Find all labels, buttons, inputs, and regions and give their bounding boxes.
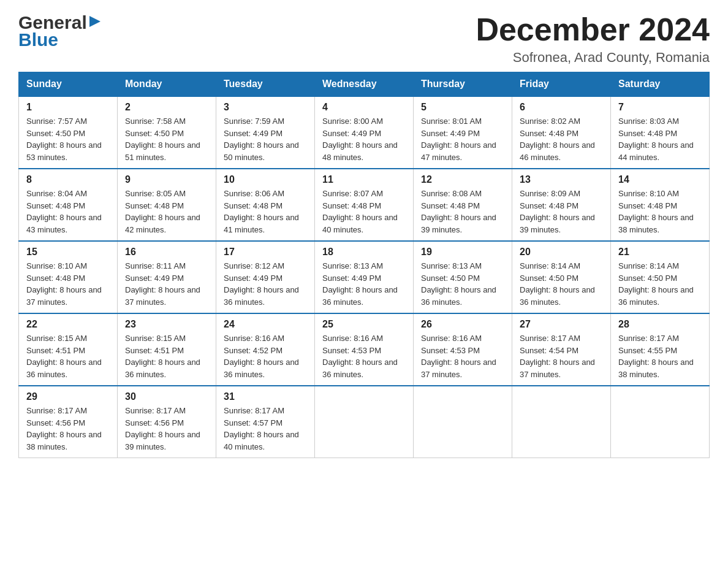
calendar-day-cell: 5Sunrise: 8:01 AMSunset: 4:49 PMDaylight… [414, 96, 512, 169]
day-number: 11 [322, 174, 406, 185]
day-number: 6 [520, 102, 603, 113]
day-number: 18 [322, 247, 406, 258]
day-info: Sunrise: 8:07 AMSunset: 4:48 PMDaylight:… [322, 188, 406, 236]
calendar-week-row: 29Sunrise: 8:17 AMSunset: 4:56 PMDayligh… [19, 386, 710, 458]
logo: General Blue [18, 12, 102, 50]
calendar-day-cell: 21Sunrise: 8:14 AMSunset: 4:50 PMDayligh… [611, 241, 710, 313]
calendar-day-cell [315, 386, 414, 458]
day-info: Sunrise: 8:00 AMSunset: 4:49 PMDaylight:… [322, 115, 406, 163]
day-number: 13 [520, 174, 603, 185]
calendar-table: SundayMondayTuesdayWednesdayThursdayFrid… [18, 72, 710, 458]
calendar-day-cell: 28Sunrise: 8:17 AMSunset: 4:55 PMDayligh… [611, 313, 710, 386]
day-info: Sunrise: 8:12 AMSunset: 4:49 PMDaylight:… [224, 260, 307, 308]
day-of-week-header: Sunday [19, 72, 118, 97]
logo-arrow-icon [88, 15, 102, 31]
day-number: 31 [224, 391, 307, 402]
day-number: 5 [421, 102, 504, 113]
day-info: Sunrise: 8:04 AMSunset: 4:48 PMDaylight:… [26, 188, 110, 236]
calendar-day-cell: 23Sunrise: 8:15 AMSunset: 4:51 PMDayligh… [118, 313, 216, 386]
day-info: Sunrise: 7:58 AMSunset: 4:50 PMDaylight:… [125, 115, 208, 163]
calendar-day-cell: 3Sunrise: 7:59 AMSunset: 4:49 PMDaylight… [216, 96, 315, 169]
day-number: 20 [520, 247, 603, 258]
day-number: 30 [125, 391, 208, 402]
day-info: Sunrise: 8:13 AMSunset: 4:49 PMDaylight:… [322, 260, 406, 308]
day-of-week-header: Saturday [611, 72, 710, 97]
calendar-subtitle: Sofronea, Arad County, Romania [476, 50, 710, 66]
calendar-day-cell: 6Sunrise: 8:02 AMSunset: 4:48 PMDaylight… [512, 96, 611, 169]
calendar-day-cell: 4Sunrise: 8:00 AMSunset: 4:49 PMDaylight… [315, 96, 414, 169]
day-number: 3 [224, 102, 307, 113]
day-number: 29 [26, 391, 110, 402]
day-info: Sunrise: 8:05 AMSunset: 4:48 PMDaylight:… [125, 188, 208, 236]
day-info: Sunrise: 8:06 AMSunset: 4:48 PMDaylight:… [224, 188, 307, 236]
day-info: Sunrise: 8:15 AMSunset: 4:51 PMDaylight:… [26, 332, 110, 380]
calendar-day-cell: 19Sunrise: 8:13 AMSunset: 4:50 PMDayligh… [414, 241, 512, 313]
calendar-day-cell: 18Sunrise: 8:13 AMSunset: 4:49 PMDayligh… [315, 241, 414, 313]
calendar-header-row: SundayMondayTuesdayWednesdayThursdayFrid… [19, 72, 710, 97]
day-of-week-header: Monday [118, 72, 216, 97]
calendar-day-cell: 8Sunrise: 8:04 AMSunset: 4:48 PMDaylight… [19, 169, 118, 241]
calendar-day-cell: 25Sunrise: 8:16 AMSunset: 4:53 PMDayligh… [315, 313, 414, 386]
day-info: Sunrise: 8:16 AMSunset: 4:52 PMDaylight:… [224, 332, 307, 380]
calendar-day-cell: 26Sunrise: 8:16 AMSunset: 4:53 PMDayligh… [414, 313, 512, 386]
calendar-day-cell: 14Sunrise: 8:10 AMSunset: 4:48 PMDayligh… [611, 169, 710, 241]
day-of-week-header: Tuesday [216, 72, 315, 97]
calendar-week-row: 22Sunrise: 8:15 AMSunset: 4:51 PMDayligh… [19, 313, 710, 386]
day-info: Sunrise: 8:11 AMSunset: 4:49 PMDaylight:… [125, 260, 208, 308]
day-info: Sunrise: 8:02 AMSunset: 4:48 PMDaylight:… [520, 115, 603, 163]
calendar-day-cell: 1Sunrise: 7:57 AMSunset: 4:50 PMDaylight… [19, 96, 118, 169]
day-info: Sunrise: 7:57 AMSunset: 4:50 PMDaylight:… [26, 115, 110, 163]
calendar-day-cell: 17Sunrise: 8:12 AMSunset: 4:49 PMDayligh… [216, 241, 315, 313]
calendar-day-cell: 2Sunrise: 7:58 AMSunset: 4:50 PMDaylight… [118, 96, 216, 169]
day-number: 10 [224, 174, 307, 185]
day-info: Sunrise: 8:15 AMSunset: 4:51 PMDaylight:… [125, 332, 208, 380]
svg-marker-0 [89, 16, 100, 27]
day-number: 25 [322, 319, 406, 330]
day-of-week-header: Wednesday [315, 72, 414, 97]
day-number: 27 [520, 319, 603, 330]
day-number: 15 [26, 247, 110, 258]
calendar-week-row: 15Sunrise: 8:10 AMSunset: 4:48 PMDayligh… [19, 241, 710, 313]
day-number: 28 [618, 319, 702, 330]
calendar-day-cell [611, 386, 710, 458]
calendar-day-cell: 22Sunrise: 8:15 AMSunset: 4:51 PMDayligh… [19, 313, 118, 386]
day-info: Sunrise: 8:10 AMSunset: 4:48 PMDaylight:… [618, 188, 702, 236]
day-info: Sunrise: 8:17 AMSunset: 4:57 PMDaylight:… [224, 405, 307, 453]
day-number: 12 [421, 174, 504, 185]
day-number: 24 [224, 319, 307, 330]
day-number: 9 [125, 174, 208, 185]
day-number: 8 [26, 174, 110, 185]
day-number: 2 [125, 102, 208, 113]
day-info: Sunrise: 8:17 AMSunset: 4:56 PMDaylight:… [125, 405, 208, 453]
calendar-day-cell: 15Sunrise: 8:10 AMSunset: 4:48 PMDayligh… [19, 241, 118, 313]
day-info: Sunrise: 8:16 AMSunset: 4:53 PMDaylight:… [421, 332, 504, 380]
day-number: 19 [421, 247, 504, 258]
day-info: Sunrise: 8:17 AMSunset: 4:55 PMDaylight:… [618, 332, 702, 380]
day-of-week-header: Thursday [414, 72, 512, 97]
calendar-day-cell: 29Sunrise: 8:17 AMSunset: 4:56 PMDayligh… [19, 386, 118, 458]
day-number: 14 [618, 174, 702, 185]
day-number: 7 [618, 102, 702, 113]
day-info: Sunrise: 8:01 AMSunset: 4:49 PMDaylight:… [421, 115, 504, 163]
day-number: 23 [125, 319, 208, 330]
title-area: December 2024 Sofronea, Arad County, Rom… [476, 12, 710, 66]
day-number: 4 [322, 102, 406, 113]
day-info: Sunrise: 8:14 AMSunset: 4:50 PMDaylight:… [618, 260, 702, 308]
calendar-day-cell [414, 386, 512, 458]
day-info: Sunrise: 8:10 AMSunset: 4:48 PMDaylight:… [26, 260, 110, 308]
day-number: 16 [125, 247, 208, 258]
calendar-day-cell: 24Sunrise: 8:16 AMSunset: 4:52 PMDayligh… [216, 313, 315, 386]
day-info: Sunrise: 8:13 AMSunset: 4:50 PMDaylight:… [421, 260, 504, 308]
day-info: Sunrise: 8:03 AMSunset: 4:48 PMDaylight:… [618, 115, 702, 163]
calendar-day-cell: 31Sunrise: 8:17 AMSunset: 4:57 PMDayligh… [216, 386, 315, 458]
calendar-day-cell: 27Sunrise: 8:17 AMSunset: 4:54 PMDayligh… [512, 313, 611, 386]
day-number: 22 [26, 319, 110, 330]
calendar-day-cell: 7Sunrise: 8:03 AMSunset: 4:48 PMDaylight… [611, 96, 710, 169]
day-info: Sunrise: 7:59 AMSunset: 4:49 PMDaylight:… [224, 115, 307, 163]
page-header: General Blue December 2024 Sofronea, Ara… [18, 12, 710, 66]
calendar-day-cell: 12Sunrise: 8:08 AMSunset: 4:48 PMDayligh… [414, 169, 512, 241]
day-info: Sunrise: 8:14 AMSunset: 4:50 PMDaylight:… [520, 260, 603, 308]
calendar-week-row: 1Sunrise: 7:57 AMSunset: 4:50 PMDaylight… [19, 96, 710, 169]
day-number: 1 [26, 102, 110, 113]
day-info: Sunrise: 8:09 AMSunset: 4:48 PMDaylight:… [520, 188, 603, 236]
